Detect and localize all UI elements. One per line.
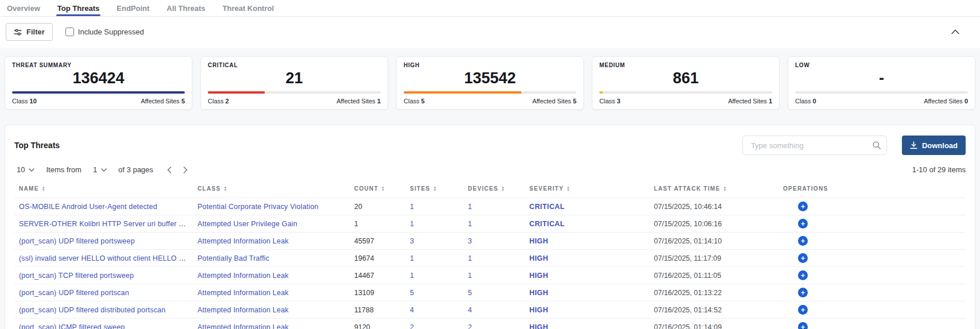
column-header[interactable]: SITES ▲▼ — [405, 180, 463, 198]
threat-name-link[interactable]: (ssl) invalid server HELLO without clien… — [19, 254, 193, 262]
card-class: Class 2 — [208, 98, 229, 104]
devices-link[interactable]: 1 — [468, 254, 472, 262]
devices-link[interactable]: 1 — [468, 272, 472, 280]
tab-bar: Overview Top Threats EndPoint All Threat… — [6, 0, 974, 16]
add-operation-button[interactable]: + — [798, 305, 808, 315]
threat-name-link[interactable]: (port_scan) UDP filtered portscan — [19, 289, 129, 297]
download-icon — [910, 141, 917, 149]
include-suppressed-row[interactable]: Include Suppressed — [65, 28, 144, 36]
collapse-chevron-up-icon[interactable] — [951, 29, 959, 34]
next-page-icon[interactable] — [183, 167, 188, 173]
include-suppressed-checkbox[interactable] — [65, 28, 74, 36]
severity-label: CRITICAL — [529, 203, 565, 211]
threat-class-link[interactable]: Attempted Information Leak — [197, 289, 289, 297]
threat-class-link[interactable]: Attempted User Privilege Gain — [197, 220, 297, 228]
threat-class-link[interactable]: Potentially Bad Traffic — [197, 254, 269, 262]
page-size-value: 10 — [17, 165, 25, 174]
sites-link[interactable]: 5 — [410, 289, 414, 297]
threat-name-link[interactable]: (port_scan) UDP filtered portsweep — [19, 237, 135, 245]
filter-bar: Filter Include Suppressed — [0, 17, 980, 48]
threat-name-link[interactable]: SERVER-OTHER Kolibri HTTP Server uri buf… — [19, 220, 193, 228]
page-select[interactable]: 1 — [91, 164, 109, 175]
add-operation-button[interactable]: + — [798, 288, 808, 297]
card-progress-fill — [208, 91, 265, 94]
last-attack-time: 07/15/2025, 11:17:09 — [649, 250, 778, 267]
sort-icon[interactable]: ▲▼ — [381, 186, 385, 192]
filter-button[interactable]: Filter — [6, 23, 53, 41]
table-row: (port_scan) UDP filtered distributed por… — [14, 301, 966, 319]
sort-icon[interactable]: ▲▼ — [42, 186, 46, 192]
column-header[interactable]: DEVICES ▲▼ — [463, 180, 525, 198]
column-header[interactable]: COUNT ▲▼ — [350, 180, 405, 198]
sites-link[interactable]: 2 — [410, 323, 414, 329]
add-operation-button[interactable]: + — [798, 270, 808, 280]
count-cell: 11788 — [350, 301, 405, 319]
tab[interactable]: Threat Kontrol — [222, 3, 276, 16]
threat-class-link[interactable]: Potential Corporate Privacy Violation — [197, 203, 319, 211]
sort-icon[interactable]: ▲▼ — [433, 186, 437, 192]
column-header[interactable]: OPERATIONS ▲▼ — [778, 180, 966, 198]
threat-class-link[interactable]: Attempted Information Leak — [197, 272, 289, 280]
threat-name-link[interactable]: (port_scan) UDP filtered distributed por… — [19, 306, 165, 314]
last-attack-time: 07/16/2025, 01:14:52 — [649, 301, 778, 319]
add-operation-button[interactable]: + — [798, 219, 808, 229]
column-header[interactable]: SEVERITY ▲▼ — [525, 180, 649, 198]
column-header[interactable]: CLASS ▲▼ — [193, 180, 350, 198]
sites-link[interactable]: 1 — [410, 203, 414, 211]
sort-icon[interactable]: ▲▼ — [567, 186, 571, 192]
threat-class-link[interactable]: Attempted Information Leak — [197, 306, 289, 314]
column-header[interactable]: NAME ▲▼ — [14, 180, 193, 198]
sort-icon[interactable]: ▲▼ — [501, 186, 505, 192]
search-input[interactable] — [742, 136, 887, 155]
tab[interactable]: EndPoint — [115, 3, 150, 16]
prev-page-icon[interactable] — [167, 167, 172, 173]
column-header-label: SITES — [410, 185, 430, 192]
search-icon[interactable] — [872, 141, 881, 150]
card-affected-sites: Affected Sites 5 — [141, 98, 185, 104]
card-title: LOW — [795, 62, 968, 68]
column-header[interactable]: LAST ATTACK TIME ▲▼ — [649, 180, 778, 198]
tab[interactable]: Overview — [6, 3, 41, 16]
devices-link[interactable]: 4 — [468, 306, 472, 314]
sites-link[interactable]: 3 — [410, 237, 414, 245]
page-size-select[interactable]: 10 — [14, 164, 37, 175]
sites-link[interactable]: 1 — [410, 272, 414, 280]
add-operation-button[interactable]: + — [798, 202, 808, 211]
sites-link[interactable]: 4 — [410, 306, 414, 314]
threat-class-link[interactable]: Attempted Information Leak — [197, 237, 289, 245]
sort-icon[interactable]: ▲▼ — [223, 186, 227, 192]
column-header-label: SEVERITY — [529, 185, 564, 192]
items-from-label: Items from — [46, 165, 81, 174]
devices-link[interactable]: 2 — [468, 323, 472, 329]
pagination-bar: 10 Items from 1 of 3 pages 1-10 of 29 it… — [14, 164, 966, 175]
top-navigation: Overview Top Threats EndPoint All Threat… — [0, 0, 980, 17]
chevron-down-icon — [101, 168, 107, 172]
add-operation-button[interactable]: + — [798, 253, 808, 263]
tab[interactable]: All Threats — [165, 3, 206, 16]
filter-sliders-icon — [14, 28, 22, 36]
threat-class-link[interactable]: Attempted Information Leak — [197, 323, 289, 329]
download-button[interactable]: Download — [902, 136, 966, 155]
severity-label: HIGH — [529, 237, 548, 245]
sites-link[interactable]: 1 — [410, 220, 414, 228]
of-pages-label: of 3 pages — [118, 165, 153, 174]
add-operation-button[interactable]: + — [798, 322, 808, 329]
summary-card: THREAT SUMMARY 136424 Class 10 Affected … — [5, 56, 192, 110]
devices-link[interactable]: 3 — [468, 237, 472, 245]
devices-link[interactable]: 5 — [468, 289, 472, 297]
threat-name-link[interactable]: OS-MOBILE Android User-Agent detected — [19, 203, 157, 211]
card-class: Class 10 — [12, 98, 37, 104]
tab[interactable]: Top Threats — [56, 3, 100, 16]
devices-link[interactable]: 1 — [468, 220, 472, 228]
include-suppressed-label: Include Suppressed — [78, 28, 144, 36]
severity-label: HIGH — [529, 323, 548, 329]
last-attack-time: 07/15/2025, 10:46:14 — [649, 198, 778, 215]
add-operation-button[interactable]: + — [798, 236, 808, 246]
devices-link[interactable]: 1 — [468, 203, 472, 211]
sites-link[interactable]: 1 — [410, 254, 414, 262]
sort-icon[interactable]: ▲▼ — [723, 186, 727, 192]
summary-card: LOW - Class 0 Affected Sites 0 — [788, 56, 975, 110]
card-affected-sites: Affected Sites 1 — [336, 98, 381, 104]
threat-name-link[interactable]: (port_scan) TCP filtered portsweep — [19, 272, 134, 280]
threat-name-link[interactable]: (port_scan) ICMP filtered sweep — [19, 323, 125, 329]
